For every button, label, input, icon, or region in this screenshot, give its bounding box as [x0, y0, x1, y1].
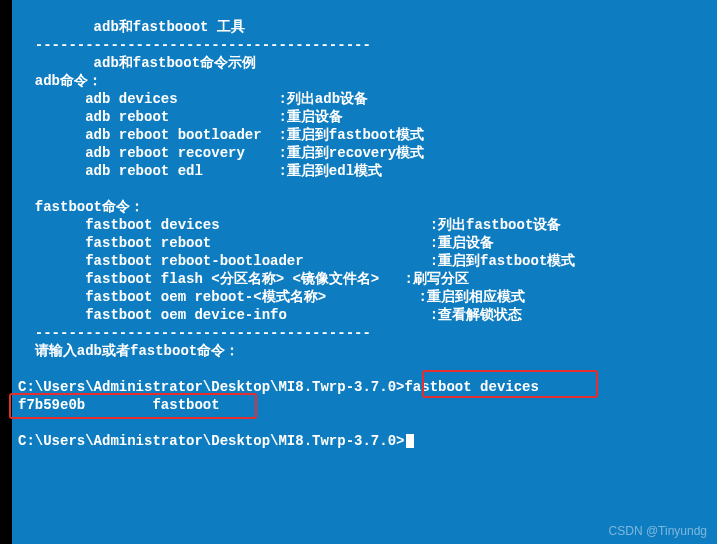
example-title: adb和fastboot命令示例	[18, 55, 256, 71]
fastboot-cmd: fastboot oem reboot-<模式名称> :重启到相应模式	[18, 289, 525, 305]
adb-cmd: adb reboot recovery :重启到recovery模式	[18, 145, 424, 161]
watermark: CSDN @Tinyundg	[609, 524, 707, 538]
window-left-border	[0, 0, 12, 544]
adb-section-title: adb命令：	[18, 73, 102, 89]
command-output: f7b59e0b fastboot	[18, 397, 220, 413]
fastboot-cmd: fastboot devices :列出fastboot设备	[18, 217, 561, 233]
fastboot-cmd: fastboot flash <分区名称> <镜像文件名> :刷写分区	[18, 271, 469, 287]
prompt-message: 请输入adb或者fastboot命令：	[18, 343, 239, 359]
separator: ----------------------------------------	[18, 325, 371, 341]
fastboot-cmd: fastboot reboot-bootloader :重启到fastboot模…	[18, 253, 575, 269]
fastboot-cmd: fastboot oem device-info :查看解锁状态	[18, 307, 522, 323]
command-prompt[interactable]: C:\Users\Administrator\Desktop\MI8.Twrp-…	[18, 433, 414, 449]
fastboot-section-title: fastboot命令：	[18, 199, 144, 215]
terminal-output: adb和fastbooot 工具 -----------------------…	[0, 0, 717, 450]
adb-cmd: adb reboot :重启设备	[18, 109, 343, 125]
fastboot-cmd: fastboot reboot :重启设备	[18, 235, 494, 251]
tool-title: adb和fastbooot 工具	[18, 19, 245, 35]
cursor	[406, 434, 414, 448]
separator: ----------------------------------------	[18, 37, 371, 53]
adb-cmd: adb reboot edl :重启到edl模式	[18, 163, 382, 179]
adb-cmd: adb reboot bootloader :重启到fastboot模式	[18, 127, 424, 143]
command-line[interactable]: C:\Users\Administrator\Desktop\MI8.Twrp-…	[18, 379, 539, 395]
adb-cmd: adb devices :列出adb设备	[18, 91, 368, 107]
